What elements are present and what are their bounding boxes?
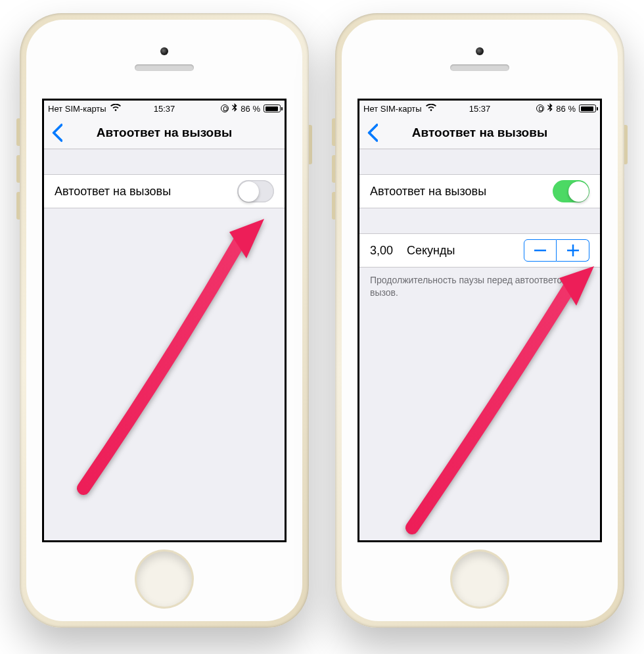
earpiece-speaker: [450, 64, 509, 71]
bluetooth-icon: [547, 103, 553, 114]
auto-answer-toggle[interactable]: [237, 180, 274, 202]
auto-answer-label: Автоответ на вызовы: [55, 185, 171, 199]
toggle-knob: [239, 181, 259, 202]
screen: Нет SIM-карты 15:37 86 %: [357, 99, 602, 542]
battery-icon: [264, 105, 281, 112]
front-camera: [160, 47, 168, 55]
seconds-stepper-row: 3,00 Секунды: [359, 233, 600, 268]
seconds-stepper: [524, 239, 589, 262]
auto-answer-label: Автоответ на вызовы: [370, 185, 486, 199]
phone-top-hardware: [342, 20, 618, 99]
rotation-lock-icon: [221, 105, 229, 112]
settings-content: Автоответ на вызовы 3,00 Секунды: [359, 149, 600, 299]
plus-icon: [567, 245, 579, 256]
wifi-icon: [426, 104, 436, 114]
phone-body: Нет SIM-карты 15:37 86 %: [26, 20, 302, 621]
svg-rect-0: [534, 250, 546, 252]
settings-content: Автоответ на вызовы: [44, 149, 285, 208]
annotation-arrow: [399, 258, 602, 537]
rotation-lock-icon: [536, 105, 544, 112]
earpiece-speaker: [135, 64, 194, 71]
phone-right: Нет SIM-карты 15:37 86 %: [335, 13, 624, 628]
carrier-label: Нет SIM-карты: [363, 104, 422, 114]
phone-body: Нет SIM-карты 15:37 86 %: [342, 20, 618, 621]
battery-icon: [579, 105, 596, 112]
seconds-value: 3,00: [370, 244, 407, 258]
home-button[interactable]: [137, 551, 192, 607]
bluetooth-icon: [232, 103, 237, 114]
nav-header: Автоответ на вызовы: [359, 116, 600, 149]
phone-top-hardware: [26, 20, 302, 99]
status-bar: Нет SIM-карты 15:37 86 %: [44, 101, 285, 116]
auto-answer-toggle-row[interactable]: Автоответ на вызовы: [359, 174, 600, 208]
minus-icon: [534, 249, 546, 252]
page-title: Автоответ на вызовы: [44, 126, 285, 140]
stepper-plus-button[interactable]: [557, 239, 589, 262]
auto-answer-toggle[interactable]: [553, 180, 589, 202]
screen: Нет SIM-карты 15:37 86 %: [42, 99, 287, 542]
toggle-knob: [568, 181, 589, 202]
wifi-icon: [110, 104, 121, 114]
seconds-label: Секунды: [407, 244, 524, 258]
front-camera: [476, 47, 484, 55]
seconds-footer-note: Продолжительность паузы перед автоответо…: [359, 268, 600, 299]
page-title: Автоответ на вызовы: [359, 126, 600, 140]
stepper-minus-button[interactable]: [524, 239, 557, 262]
battery-pct-label: 86 %: [556, 104, 576, 114]
phone-left: Нет SIM-карты 15:37 86 %: [20, 13, 309, 628]
home-button[interactable]: [452, 551, 507, 607]
battery-pct-label: 86 %: [241, 104, 260, 114]
status-bar: Нет SIM-карты 15:37 86 %: [359, 101, 600, 116]
annotation-arrow: [70, 212, 274, 498]
svg-rect-2: [567, 250, 579, 252]
carrier-label: Нет SIM-карты: [48, 104, 106, 114]
auto-answer-toggle-row[interactable]: Автоответ на вызовы: [44, 174, 285, 208]
nav-header: Автоответ на вызовы: [44, 116, 285, 149]
